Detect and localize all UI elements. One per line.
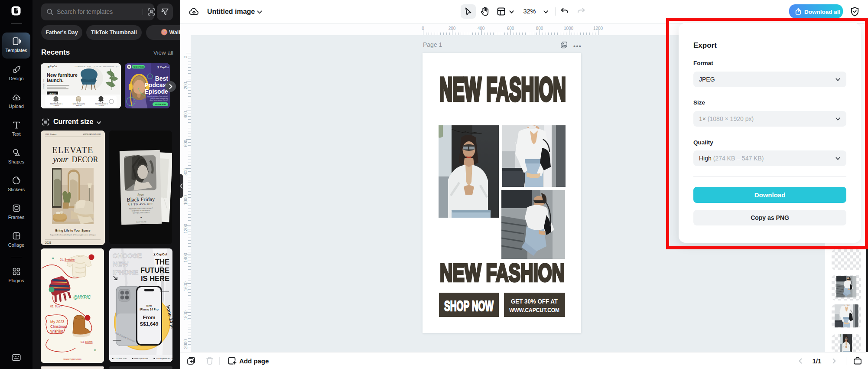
svg-text:WWW.CAPCUT.COM: WWW.CAPCUT.COM bbox=[83, 133, 101, 135]
svg-text:Best: Best bbox=[155, 75, 169, 82]
svg-text:with the most inspiring tips: with the most inspiring tips bbox=[150, 98, 168, 99]
svg-text:WWW.CAPCUT.COM: WWW.CAPCUT.COM bbox=[509, 306, 559, 313]
svg-text:From: From bbox=[143, 315, 156, 320]
svg-text:Podcast: Podcast bbox=[145, 82, 169, 88]
svg-text:“: “ bbox=[52, 256, 55, 263]
svg-text:→: → bbox=[110, 101, 111, 103]
svg-text:Bring Life to Your Space: Bring Life to Your Space bbox=[55, 229, 90, 232]
svg-text:$460.00: $460.00 bbox=[76, 105, 81, 107]
svg-text:My 2023: My 2023 bbox=[50, 320, 65, 324]
svg-text:SHOP NOW: SHOP NOW bbox=[444, 297, 494, 314]
svg-text:your: your bbox=[52, 155, 68, 164]
svg-text:New: New bbox=[146, 304, 152, 307]
svg-text:DECOR: DECOR bbox=[72, 155, 98, 164]
svg-text:123 A VyHane St., Jay City: 123 A VyHane St., Jay City bbox=[156, 357, 172, 359]
svg-text:Listen to episode of our podca: Listen to episode of our podcast bbox=[147, 95, 168, 97]
svg-text:CHOOSE: CHOOSE bbox=[113, 252, 142, 259]
svg-text:NEW FASHION: NEW FASHION bbox=[439, 71, 566, 108]
svg-text:www.capcut.com: www.capcut.com bbox=[134, 357, 148, 359]
svg-text:FUTURE: FUTURE bbox=[140, 266, 169, 274]
svg-text:⬔ CapCut: ⬔ CapCut bbox=[48, 65, 57, 68]
svg-text:#723 Product: #723 Product bbox=[45, 133, 57, 135]
svg-text:NEW EPISODE: NEW EPISODE bbox=[133, 66, 145, 68]
svg-text:NEW FASHION: NEW FASHION bbox=[440, 259, 565, 287]
svg-text:✦: ✦ bbox=[140, 216, 142, 219]
svg-text:Wishlist: Wishlist bbox=[50, 329, 63, 333]
svg-text:OffStage y Stock: OffStage y Stock bbox=[43, 79, 45, 89]
svg-text:Exquisite|Fashionable|Stylish: Exquisite|Fashionable|Stylish & Relaxing… bbox=[50, 234, 96, 236]
svg-text:$520.00: $520.00 bbox=[99, 105, 104, 107]
svg-text:NEW: NEW bbox=[113, 260, 129, 268]
svg-text:03. Boots: 03. Boots bbox=[81, 340, 93, 343]
svg-text:about growing your channel: about growing your channel bbox=[150, 99, 168, 101]
svg-text:launch.: launch. bbox=[47, 78, 64, 83]
svg-text:ELEVATE: ELEVATE bbox=[52, 145, 94, 155]
svg-text:IS HERE: IS HERE bbox=[141, 274, 169, 282]
svg-text:+123 456 7890: +123 456 7890 bbox=[114, 357, 127, 359]
svg-text:@HYPIC: @HYPIC bbox=[73, 295, 91, 300]
svg-text:⧗ CapCut: ⧗ CapCut bbox=[153, 253, 167, 256]
svg-text:THE: THE bbox=[155, 258, 169, 266]
svg-text:02. Scarf: 02. Scarf bbox=[50, 305, 62, 308]
svg-text:173 Hooston St., Ja.Flo +73: 173 Hooston St., Ja.Flo +73 434 788 www.… bbox=[75, 66, 119, 68]
svg-text:LAUNCH: LAUNCH bbox=[49, 93, 56, 95]
svg-text:Christmas: Christmas bbox=[50, 324, 67, 329]
svg-text:”: ” bbox=[94, 348, 97, 355]
svg-text:New furniture: New furniture bbox=[47, 72, 78, 78]
svg-text:⧗ CapCut: ⧗ CapCut bbox=[157, 66, 169, 69]
svg-text:iPhone 14 Pro: iPhone 14 Pro bbox=[140, 308, 158, 311]
svg-text:$345.00: $345.00 bbox=[54, 105, 59, 107]
svg-text:IPHONE: IPHONE bbox=[113, 268, 138, 276]
svg-text:LISTEN NOW: LISTEN NOW bbox=[155, 103, 166, 105]
svg-text:01. Sweater: 01. Sweater bbox=[60, 258, 75, 261]
svg-text:GET 30% OFF AT: GET 30% OFF AT bbox=[511, 297, 558, 305]
svg-text:2023: 2023 bbox=[45, 241, 52, 244]
svg-text:www.hypic.com: www.hypic.com bbox=[63, 358, 81, 360]
svg-text:SHOP ONLINE: SHOP ONLINE bbox=[136, 221, 146, 223]
svg-text:S$1,649: S$1,649 bbox=[140, 321, 159, 327]
svg-text:Episode: Episode bbox=[145, 88, 169, 95]
